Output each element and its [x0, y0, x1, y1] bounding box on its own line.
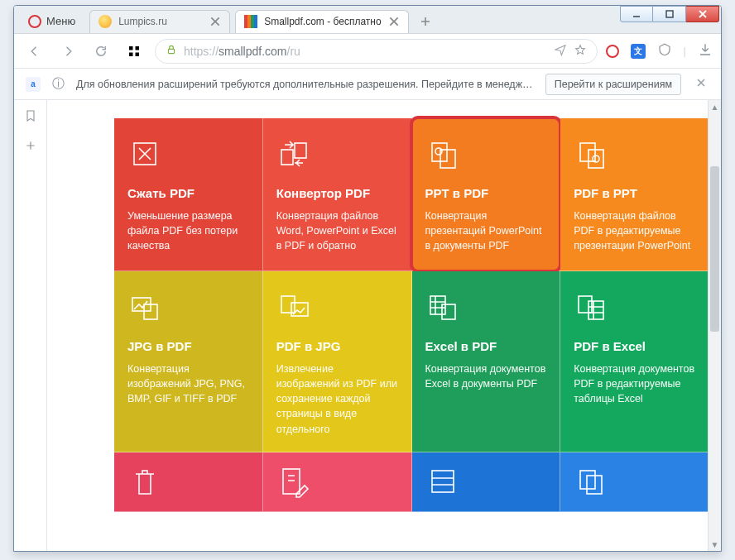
card-converter[interactable]: Конвертор PDFКонвертация файлов Word, Po…: [263, 118, 412, 271]
tab-strip: Меню Lumpics.ru Smallpdf.com - бесплатно: [14, 6, 721, 34]
tab-title: Smallpdf.com - бесплатно: [264, 16, 381, 27]
ppt-to-pdf-icon: [425, 136, 460, 171]
info-icon: ⓘ: [52, 76, 65, 92]
svg-rect-21: [442, 304, 455, 319]
adblock-icon[interactable]: [657, 42, 672, 60]
svg-rect-25: [432, 471, 454, 492]
window-close-button[interactable]: [686, 6, 719, 22]
bookmark-icon[interactable]: [574, 43, 587, 59]
card-title: Excel в PDF: [425, 339, 547, 353]
card-excel-to-pdf[interactable]: Excel в PDFКонвертация документов Excel …: [412, 271, 561, 452]
navigation-toolbar: https://smallpdf.com/ru 文 |: [14, 34, 721, 69]
tab-title: Lumpics.ru: [118, 16, 203, 27]
rows-icon: [425, 464, 460, 499]
reload-button[interactable]: [89, 39, 113, 64]
excel-to-pdf-icon: [425, 290, 460, 324]
toolbar-right: 文 |: [606, 42, 713, 60]
card-title: PDF в JPG: [276, 339, 398, 353]
favicon-smallpdf: [244, 15, 257, 28]
svg-rect-9: [295, 143, 306, 158]
card-ppt-to-pdf[interactable]: PPT в PDFКонвертация презентаций PowerPo…: [412, 118, 561, 271]
pdf-to-excel-icon: [574, 290, 608, 324]
tab-close-button[interactable]: [209, 16, 221, 27]
card-title: PDF в Excel: [574, 339, 695, 353]
browser-window: Меню Lumpics.ru Smallpdf.com - бесплатно: [13, 5, 722, 552]
svg-rect-24: [283, 469, 300, 494]
card-pdf-to-ppt[interactable]: PDF в PPTКонвертация файлов PDF в редакт…: [560, 118, 709, 271]
card-row3-2[interactable]: [412, 452, 561, 512]
card-title: PPT в PDF: [425, 186, 547, 200]
scroll-down-arrow[interactable]: ▼: [709, 538, 721, 551]
svg-rect-4: [129, 52, 133, 56]
send-icon[interactable]: [554, 43, 567, 59]
card-pdf-to-excel[interactable]: PDF в ExcelКонвертация документов PDF в …: [560, 271, 709, 452]
card-desc: Уменьшение размера файла PDF без потери …: [127, 208, 249, 253]
translate-extension-icon[interactable]: 文: [631, 44, 646, 59]
lock-icon: [166, 44, 177, 58]
url-text: https://smallpdf.com/ru: [184, 45, 547, 58]
window-controls: [620, 6, 719, 22]
card-row3-1[interactable]: [263, 452, 412, 512]
downloads-icon[interactable]: [698, 42, 713, 60]
jpg-to-pdf-icon: [127, 290, 162, 324]
card-row3-3[interactable]: [560, 452, 709, 512]
window-minimize-button[interactable]: [620, 6, 653, 22]
favicon-lumpics: [98, 15, 112, 28]
card-compress[interactable]: Сжать PDFУменьшение размера файла PDF бе…: [114, 118, 263, 271]
card-jpg-to-pdf[interactable]: JPG в PDFКонвертация изображений JPG, PN…: [114, 271, 263, 452]
page-content: Сжать PDFУменьшение размера файла PDF бе…: [47, 100, 721, 551]
back-button[interactable]: [22, 39, 47, 64]
window-maximize-button[interactable]: [653, 6, 686, 22]
card-row3-0[interactable]: [114, 452, 263, 512]
svg-rect-3: [136, 46, 140, 50]
svg-rect-10: [432, 143, 447, 161]
svg-rect-5: [136, 52, 140, 56]
card-desc: Конвертация файлов PDF в редактируемые п…: [574, 208, 695, 253]
vertical-scrollbar[interactable]: ▲ ▼: [708, 100, 721, 551]
side-rail: [14, 100, 47, 551]
svg-rect-11: [440, 150, 455, 168]
svg-rect-26: [580, 471, 595, 489]
pdf-to-ppt-icon: [574, 136, 608, 171]
svg-rect-2: [129, 46, 133, 50]
pdf-to-jpg-icon: [276, 290, 311, 324]
card-desc: Конвертация изображений JPG, PNG, BMP, G…: [127, 361, 249, 406]
svg-rect-8: [281, 150, 293, 165]
compress-icon: [127, 136, 162, 171]
svg-rect-18: [281, 296, 295, 313]
go-to-extensions-button[interactable]: Перейти к расширениям: [545, 74, 681, 95]
svg-rect-23: [588, 301, 603, 319]
svg-rect-6: [169, 49, 175, 53]
extension-notice-bar: a ⓘ Для обновления расширений требуются …: [14, 69, 721, 100]
card-desc: Конвертация документов PDF в редактируем…: [574, 361, 695, 406]
notice-close-button[interactable]: [693, 78, 709, 90]
opera-extension-icon[interactable]: [606, 45, 619, 58]
speed-dial-button[interactable]: [122, 39, 147, 64]
tab-close-button[interactable]: [388, 16, 400, 27]
edit-icon: [276, 464, 311, 499]
card-title: Сжать PDF: [127, 186, 249, 200]
card-desc: Конвертация файлов Word, PowerPoint и Ex…: [276, 208, 398, 253]
card-pdf-to-jpg[interactable]: PDF в JPGИзвлечение изображений из PDF и…: [263, 271, 412, 452]
copy-icon: [574, 464, 608, 499]
notice-message: Для обновления расширений требуются допо…: [76, 79, 534, 90]
bookmark-rail-icon[interactable]: [22, 107, 40, 125]
tab-lumpics[interactable]: Lumpics.ru: [89, 10, 230, 33]
opera-menu-button[interactable]: Меню: [19, 10, 84, 33]
menu-label: Меню: [46, 15, 75, 27]
tools-grid: Сжать PDFУменьшение размера файла PDF бе…: [113, 118, 709, 512]
add-rail-icon[interactable]: [22, 136, 40, 155]
tab-smallpdf[interactable]: Smallpdf.com - бесплатно: [235, 10, 408, 33]
card-title: JPG в PDF: [127, 339, 249, 353]
delete-icon: [127, 464, 162, 499]
translate-icon: a: [26, 77, 41, 92]
new-tab-button[interactable]: [416, 12, 435, 31]
svg-rect-27: [587, 476, 602, 494]
converter-icon: [276, 136, 311, 171]
scroll-thumb[interactable]: [710, 166, 719, 332]
forward-button[interactable]: [55, 39, 80, 64]
scroll-up-arrow[interactable]: ▲: [709, 100, 721, 113]
address-bar[interactable]: https://smallpdf.com/ru: [155, 39, 598, 64]
svg-rect-14: [588, 150, 603, 168]
card-title: PDF в PPT: [574, 186, 695, 200]
